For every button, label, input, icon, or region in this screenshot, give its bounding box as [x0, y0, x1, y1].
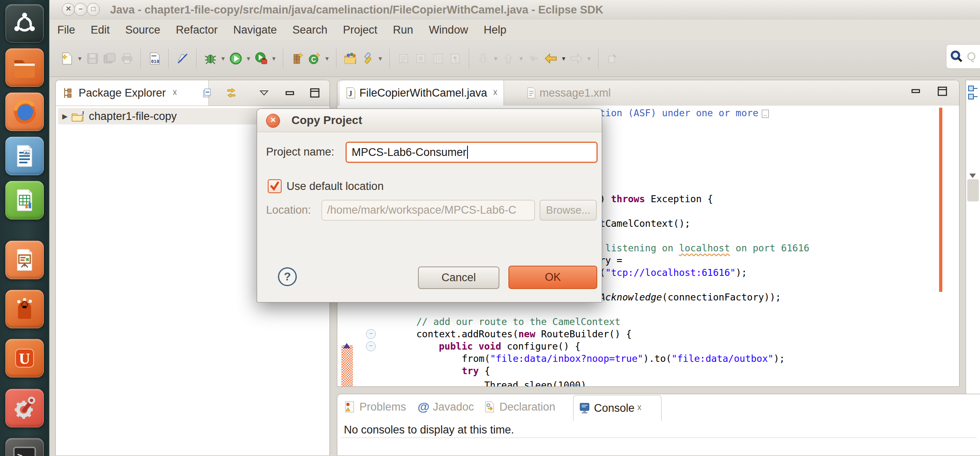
- quick-access-box[interactable]: Q: [946, 44, 980, 69]
- location-input: /home/mark/workspace/MPCS-Lab6-C: [321, 200, 535, 221]
- strip-menu-icon[interactable]: [969, 174, 976, 178]
- tab-filecopierwithcamel-java[interactable]: J FileCopierWithCamel.java ☓: [340, 80, 504, 106]
- new-class-dropdown[interactable]: ▼: [323, 55, 331, 62]
- firefox-icon[interactable]: [5, 93, 44, 131]
- menu-refactor[interactable]: Refactor: [168, 20, 226, 40]
- javadoc-icon: @: [418, 400, 429, 414]
- binary-file-icon[interactable]: 010: [147, 51, 162, 66]
- svg-text:C: C: [311, 56, 316, 63]
- collapse-all-icon[interactable]: [200, 86, 214, 100]
- tab-label: Problems: [359, 401, 406, 413]
- new-java-project-icon[interactable]: [290, 51, 305, 66]
- console-panel: Problems @ Javadoc Declaration: [337, 394, 980, 456]
- view-menu-icon[interactable]: [257, 86, 271, 100]
- debug-dropdown[interactable]: ▼: [219, 55, 227, 62]
- svg-text:¶: ¶: [454, 55, 457, 62]
- unity-launcher: U >_: [0, 0, 49, 456]
- new-wizard-icon[interactable]: [60, 51, 75, 66]
- back-dropdown[interactable]: ▼: [560, 55, 568, 62]
- outline-view-icon[interactable]: [968, 84, 979, 109]
- scrollbar-thumb[interactable]: [967, 179, 979, 201]
- menu-project[interactable]: Project: [335, 20, 385, 40]
- dialog-close-button[interactable]: ✕: [266, 114, 280, 128]
- new-wizard-dropdown[interactable]: ▼: [76, 55, 84, 62]
- minimize-view-icon[interactable]: [283, 86, 297, 100]
- forward-dropdown: ▼: [585, 55, 593, 62]
- menu-window[interactable]: Window: [421, 20, 476, 40]
- menu-run[interactable]: Run: [385, 20, 421, 40]
- editor-range-marker: [341, 345, 353, 386]
- back-icon[interactable]: [544, 51, 558, 66]
- toolbar-separator: [389, 49, 390, 68]
- package-explorer-header: Package Explorer ☓: [56, 80, 330, 106]
- project-name-input[interactable]: MPCS-Lab6-Consumer: [345, 142, 598, 163]
- show-whitespace-icon: ¶: [448, 51, 463, 66]
- browse-button: Browse...: [540, 200, 597, 221]
- toggle-block-selection-icon: [413, 51, 428, 66]
- ubuntu-one-icon[interactable]: U: [5, 339, 44, 377]
- menu-source[interactable]: Source: [117, 20, 168, 40]
- dash-home-icon[interactable]: [5, 4, 44, 43]
- editor-tab-bar: J FileCopierWithCamel.java ☓ message1.xm…: [337, 80, 959, 106]
- libreoffice-impress-icon[interactable]: [5, 241, 44, 279]
- external-tools-dropdown[interactable]: ▼: [270, 55, 278, 62]
- menu-edit[interactable]: Edit: [83, 20, 118, 40]
- libreoffice-calc-icon[interactable]: [5, 181, 44, 219]
- libreoffice-writer-icon[interactable]: [5, 137, 44, 175]
- toolbar-separator: [140, 49, 141, 68]
- tab-problems[interactable]: Problems: [344, 394, 406, 420]
- external-tools-icon[interactable]: [254, 51, 269, 66]
- open-type-icon[interactable]: [343, 51, 358, 66]
- editor-minimize-icon[interactable]: [910, 87, 922, 96]
- ubuntu-software-center-icon[interactable]: [5, 290, 44, 328]
- location-label: Location:: [266, 204, 311, 217]
- help-button[interactable]: ?: [278, 267, 297, 286]
- run-icon[interactable]: [228, 51, 243, 66]
- package-explorer-close-icon[interactable]: ☓: [172, 88, 177, 98]
- forward-icon: [569, 51, 584, 66]
- debug-icon[interactable]: [203, 51, 218, 66]
- new-class-icon[interactable]: C: [307, 51, 322, 66]
- tab-declaration[interactable]: Declaration: [484, 394, 555, 420]
- use-default-location-label: Use default location: [287, 180, 384, 193]
- editor-maximize-icon[interactable]: [936, 87, 948, 96]
- window-maximize-button[interactable]: □: [87, 3, 100, 16]
- use-default-location-checkbox[interactable]: [268, 179, 282, 193]
- ok-button[interactable]: OK: [508, 266, 597, 289]
- cancel-button[interactable]: Cancel: [418, 266, 499, 289]
- toolbar: ▼ 010 ▼: [50, 40, 980, 77]
- run-dropdown[interactable]: ▼: [244, 55, 253, 62]
- files-icon[interactable]: [5, 48, 44, 87]
- package-explorer-tab[interactable]: Package Explorer ☓: [56, 80, 209, 106]
- terminal-icon[interactable]: >_: [5, 438, 44, 456]
- link-with-editor-icon[interactable]: [224, 86, 238, 100]
- location-value: /home/mark/workspace/MPCS-Lab6-C: [327, 204, 516, 217]
- java-search-icon[interactable]: [360, 51, 375, 66]
- print-icon: [120, 51, 134, 66]
- svg-text:U: U: [19, 350, 30, 367]
- window-minimize-button[interactable]: –: [74, 3, 87, 16]
- xml-file-icon: [526, 87, 536, 99]
- system-settings-icon[interactable]: [5, 389, 44, 427]
- search-icon: [950, 50, 964, 63]
- declaration-icon: [484, 400, 496, 413]
- tab-close-icon[interactable]: ☓: [493, 88, 498, 98]
- tab-javadoc[interactable]: @ Javadoc: [418, 394, 474, 420]
- java-search-dropdown[interactable]: ▼: [376, 55, 384, 62]
- menu-help[interactable]: Help: [476, 20, 514, 40]
- dialog-titlebar: ✕ Copy Project: [257, 109, 602, 132]
- expand-arrow-icon[interactable]: ▶: [62, 112, 68, 121]
- maximize-view-icon[interactable]: [308, 86, 322, 100]
- menu-bar: File Edit Source Refactor Navigate Searc…: [50, 20, 980, 40]
- window-close-button[interactable]: ✕: [62, 3, 75, 16]
- tab-close-icon[interactable]: ☓: [637, 403, 642, 413]
- menu-file[interactable]: File: [50, 20, 83, 40]
- tab-console[interactable]: Console ☓: [573, 395, 662, 421]
- tab-label: Declaration: [499, 401, 555, 413]
- copy-project-dialog: ✕ Copy Project Project name: MPCS-Lab6-C…: [257, 108, 602, 302]
- tab-message1-xml[interactable]: message1.xml: [521, 80, 620, 106]
- mark-occurrences-icon[interactable]: [175, 51, 190, 66]
- window-titlebar: ✕ – □ Java - chapter1-file-copy/src/main…: [50, 0, 980, 20]
- menu-search[interactable]: Search: [285, 20, 335, 40]
- menu-navigate[interactable]: Navigate: [226, 20, 285, 40]
